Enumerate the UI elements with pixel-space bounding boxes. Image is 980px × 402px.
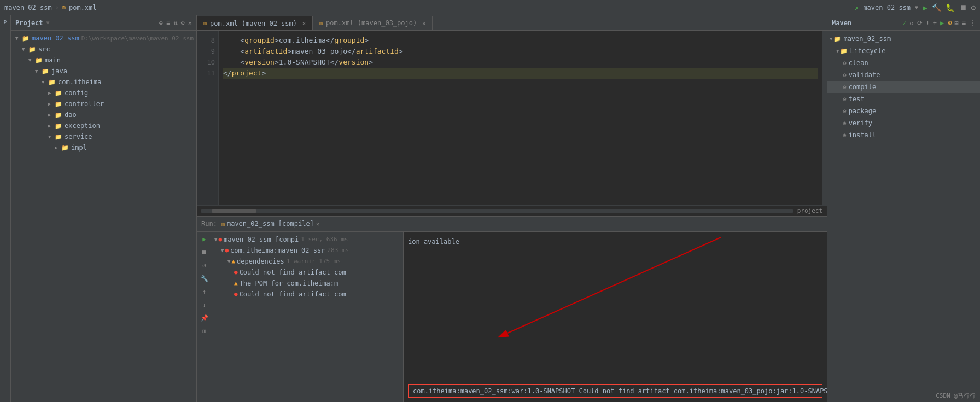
maven-download-icon[interactable]: ⬇ [926, 19, 930, 27]
maven-package-gear: ⚙ [843, 108, 847, 115]
tree-java[interactable]: ▼ 📁 java [11, 66, 196, 77]
maven-root-item[interactable]: ▼ 📁 maven_02_ssm [827, 33, 980, 45]
editor-scrollbar[interactable] [822, 31, 827, 205]
run-tree-item-2[interactable]: ▼ ▲ dependencies 1 warnir 175 ms [212, 256, 403, 267]
title-project-name: maven_02_ssm [4, 4, 52, 11]
left-sidebar-icons: P [0, 15, 11, 402]
run-tree: ▼ ● maven_02_ssm [compi 1 sec, 636 ms ▼ … [212, 232, 404, 402]
maven-m-icon[interactable]: m [947, 19, 951, 27]
maven-verify-item[interactable]: ⚙ verify [827, 117, 980, 129]
tree-config[interactable]: ▶ 📁 config [11, 88, 196, 98]
run-tree-root[interactable]: ▼ ● maven_02_ssm [compi 1 sec, 636 ms [212, 234, 403, 245]
item2-arrow: ▼ [228, 259, 230, 264]
maven-test-item[interactable]: ⚙ test [827, 93, 980, 105]
item3-error-icon: ● [234, 269, 238, 276]
locate-icon[interactable]: ⊕ [159, 19, 163, 27]
impl-arrow: ▶ [55, 145, 61, 150]
item4-label: The POM for com.itheima:m [240, 279, 339, 287]
run-pin-icon[interactable]: 📌 [199, 313, 210, 324]
title-separator: › [55, 4, 59, 11]
com-label: com.itheima [58, 78, 101, 86]
tree-exception[interactable]: ▶ 📁 exception [11, 120, 196, 131]
run-stop-icon[interactable]: ⏹ [199, 247, 210, 258]
maven-root-arrow: ▼ [830, 36, 832, 42]
run-tree-item-3[interactable]: ● Could not find artifact com [212, 267, 403, 278]
settings-icon[interactable]: ⚙ [181, 19, 185, 27]
tree-dao[interactable]: ▶ 📁 dao [11, 109, 196, 120]
maven-sync-icon[interactable]: ⟳ [917, 19, 923, 27]
item4-warn-icon: ▲ [234, 279, 238, 287]
debug-icon[interactable]: 🐛 [946, 3, 955, 12]
run-tree-item-4[interactable]: ▲ The POM for com.itheima:m [212, 278, 403, 289]
sidebar-project-icon[interactable]: P [1, 18, 10, 27]
maven-install-gear: ⚙ [843, 132, 847, 139]
output-ion-available: ion available [408, 238, 459, 246]
maven-run-icon[interactable]: ▶ [940, 19, 944, 27]
maven-more-icon[interactable]: ⋮ [969, 19, 976, 27]
tab-ssm-close[interactable]: ✕ [302, 20, 306, 26]
run-wrench-icon[interactable]: 🔧 [199, 273, 210, 284]
run-up-icon[interactable]: ↑ [199, 287, 210, 298]
collapse-icon[interactable]: ≡ [166, 19, 170, 27]
maven-add-icon[interactable]: + [933, 19, 937, 27]
run-tab[interactable]: m maven_02_ssm [compile] ✕ [221, 220, 319, 228]
maven-collapse-icon[interactable]: ⊞ [955, 19, 959, 27]
config-folder-icon: 📁 [55, 90, 62, 97]
run-tree-root-arrow: ▼ [214, 237, 217, 242]
build-icon[interactable]: 🔨 [932, 3, 941, 12]
file-tree: ▼ 📁 maven_02_ssm D:\workspace\maven\mave… [11, 31, 196, 402]
tree-com-itheima[interactable]: ▼ 📁 com.itheima [11, 77, 196, 88]
line-numbers: 8 9 10 11 [197, 31, 219, 205]
run-play-icon[interactable]: ▶ [199, 234, 210, 245]
src-folder-icon: 📁 [28, 46, 36, 53]
maven-package-item[interactable]: ⚙ package [827, 105, 980, 117]
main-folder-icon: 📁 [35, 57, 43, 64]
run-tab-close[interactable]: ✕ [316, 221, 319, 227]
run-tree-item-1[interactable]: ▼ ● com.itheima:maven_02_ssr 283 ms [212, 245, 403, 256]
tree-service[interactable]: ▼ 📁 service [11, 131, 196, 142]
tab-pojo-close[interactable]: ✕ [422, 20, 425, 26]
maven-expand-icon[interactable]: ≡ [962, 19, 966, 27]
maven-install-item[interactable]: ⚙ install [827, 129, 980, 141]
close-icon[interactable]: ✕ [188, 19, 192, 27]
settings-icon[interactable]: ⚙ [971, 3, 976, 12]
item1-error-icon: ● [225, 247, 229, 254]
maven-validate-label: validate [849, 71, 880, 79]
expand-icon[interactable]: ⇅ [173, 19, 177, 27]
maven-validate-gear: ⚙ [843, 72, 847, 79]
run-button[interactable]: ▶ [923, 3, 927, 12]
run-side-icons: ▶ ⏹ ↺ 🔧 ↑ ↓ 📌 ⊞ [197, 232, 212, 402]
run-output: ion available com.ith [404, 232, 827, 402]
root-arrow: ▼ [15, 36, 22, 41]
tree-root[interactable]: ▼ 📁 maven_02_ssm D:\workspace\maven\mave… [11, 33, 196, 44]
project-dropdown-arrow[interactable]: ▼ [46, 20, 50, 26]
title-bar-left: maven_02_ssm › m pom.xml [4, 4, 97, 11]
code-line-9: <artifactId>maven_03_pojo</artifactId> [223, 46, 818, 57]
item3-label: Could not find artifact com [240, 269, 346, 276]
horizontal-scrollbar[interactable] [201, 209, 793, 213]
maven-clean-item[interactable]: ⚙ clean [827, 57, 980, 69]
run-tree-root-error-icon: ● [218, 236, 222, 243]
maven-lifecycle-item[interactable]: ▼ 📁 Lifecycle [827, 45, 980, 57]
tab-pom-ssm[interactable]: m pom.xml (maven_02_ssm) ✕ [197, 16, 313, 30]
code-content[interactable]: <groupId>com.itheima</groupId> <artifact… [219, 31, 822, 205]
tab-pom-pojo[interactable]: m pom.xml (maven_03_pojo) ✕ [313, 16, 433, 30]
tree-controller[interactable]: ▶ 📁 controller [11, 98, 196, 109]
run-rerun-icon[interactable]: ↺ [199, 260, 210, 271]
maven-compile-item[interactable]: ⚙ compile [827, 81, 980, 93]
maven-root-label: maven_02_ssm [843, 35, 891, 43]
maven-refresh-icon[interactable]: ↺ [909, 19, 913, 27]
project-panel-title: Project [15, 19, 43, 27]
tree-impl[interactable]: ▶ 📁 impl [11, 142, 196, 153]
item2-label: dependencies [237, 258, 284, 265]
run-tree-item-5[interactable]: ● Could not find artifact com [212, 289, 403, 300]
root-path: D:\workspace\maven\maven_02_ssm [81, 35, 194, 42]
stop-icon[interactable]: ⏹ [959, 3, 967, 12]
config-label: config [65, 89, 88, 97]
tree-src[interactable]: ▼ 📁 src [11, 44, 196, 55]
run-down-icon[interactable]: ↓ [199, 300, 210, 311]
tree-main[interactable]: ▼ 📁 main [11, 55, 196, 66]
run-layout-icon[interactable]: ⊞ [199, 326, 210, 337]
maven-validate-item[interactable]: ⚙ validate [827, 69, 980, 81]
maven-lifecycle-label: Lifecycle [850, 47, 885, 55]
